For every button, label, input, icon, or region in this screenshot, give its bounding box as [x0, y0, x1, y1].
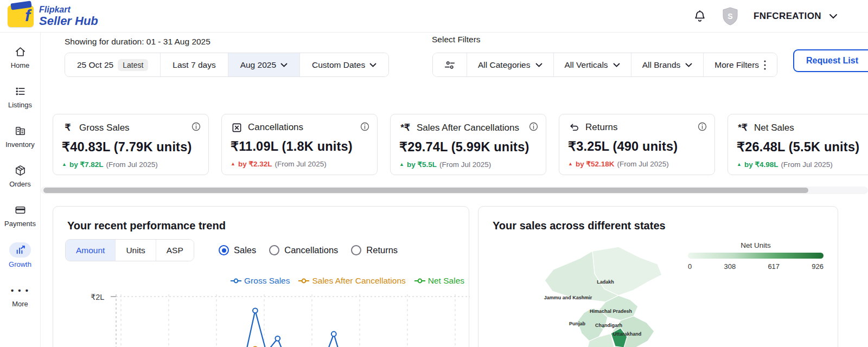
more-dots-icon: • • •: [11, 283, 29, 297]
sidebar-item-listings[interactable]: Listings: [0, 84, 40, 109]
cancel-box-icon: [231, 123, 242, 133]
filter-all-categories[interactable]: All Categories: [467, 53, 554, 76]
orders-icon: [11, 163, 29, 177]
map-state-label: Chandigarh: [595, 323, 622, 328]
tab-amount[interactable]: Amount: [66, 240, 116, 261]
card-change-period: (From Jul 2025): [781, 160, 833, 169]
horizontal-scrollbar-track[interactable]: [41, 187, 868, 194]
net-units-legend: Net Units 0 308 617 926: [688, 241, 824, 271]
avatar-letter: S: [727, 12, 732, 21]
legend-marker-icon: [414, 278, 425, 284]
horizontal-scrollbar-thumb[interactable]: [43, 188, 808, 193]
info-icon[interactable]: [360, 122, 369, 133]
flipkart-seller-hub-growth-page: Flipkart Seller Hub S FNFCREATION: [0, 0, 868, 347]
radio-cancellations[interactable]: Cancellations: [269, 245, 338, 255]
flipkart-wallet-icon: [8, 5, 34, 27]
card-value: ₹40.83L (7.79K units): [62, 139, 200, 155]
more-filters-button[interactable]: More Filters: [704, 53, 777, 76]
metric-card-sales-after-cancellations[interactable]: *₹ Sales After Cancellations ₹29.74L (5.…: [390, 114, 546, 175]
inventory-icon: [11, 124, 29, 138]
sidebar-item-label: More: [12, 300, 28, 308]
chevron-down-icon: [685, 63, 692, 67]
radio-sales[interactable]: Sales: [219, 245, 256, 255]
notification-bell-icon[interactable]: [693, 9, 707, 23]
legend-tick: 0: [688, 262, 692, 271]
card-change: by ₹2.32L: [238, 159, 272, 168]
card-change-period: (From Jul 2025): [439, 160, 491, 169]
date-tab-month-dropdown[interactable]: Aug 2025: [228, 53, 300, 76]
main-content: Showing for duration: 01 - 31 Aug 2025 S…: [41, 33, 868, 347]
trend-line-chart[interactable]: [107, 292, 470, 347]
radio-button-icon: [269, 245, 279, 255]
star-rupee-icon: *₹: [399, 122, 411, 133]
filters-control: All Categories All Verticals All Brands …: [432, 53, 777, 77]
map-state-label: Punjab: [569, 321, 586, 326]
tab-asp[interactable]: ASP: [156, 240, 194, 261]
filter-all-brands[interactable]: All Brands: [631, 53, 704, 76]
avatar[interactable]: S: [722, 7, 738, 25]
brand-name: Flipkart: [39, 5, 98, 14]
request-list-button[interactable]: Request List: [793, 49, 868, 72]
metric-card-net-sales[interactable]: *₹ Net Sales ₹26.48L (5.5K units) ▲ by ₹…: [727, 114, 868, 175]
sliders-icon: [444, 59, 456, 71]
brand-product: Seller Hub: [39, 15, 98, 27]
sidebar-item-home[interactable]: Home: [0, 44, 40, 69]
legend-tick: 926: [812, 262, 824, 271]
legend-gross-sales[interactable]: Gross Sales: [231, 276, 290, 286]
chevron-down-icon: [829, 14, 838, 19]
trend-panel-title: Your recent performance trend: [67, 220, 226, 232]
sidebar-item-orders[interactable]: Orders: [0, 163, 40, 188]
sidebar-item-label: Inventory: [5, 140, 34, 149]
info-icon[interactable]: [698, 122, 707, 133]
sidebar-item-payments[interactable]: Payments: [0, 203, 40, 228]
tab-units[interactable]: Units: [116, 240, 156, 261]
home-icon: [11, 44, 29, 59]
sidebar-item-label: Payments: [4, 220, 36, 228]
metric-cards-row: ₹ Gross Sales ₹40.83L (7.79K units) ▲ by…: [53, 114, 868, 175]
flipkart-seller-hub-logo[interactable]: Flipkart Seller Hub: [8, 5, 98, 27]
card-value: ₹11.09L (1.8K units): [231, 139, 368, 154]
sidebar-item-label: Growth: [9, 260, 31, 268]
sidebar-item-inventory[interactable]: Inventory: [0, 124, 40, 149]
card-value: ₹26.48L (5.5K units): [737, 139, 868, 155]
trend-series-radios: Sales Cancellations Returns: [219, 239, 398, 261]
performance-trend-panel: Your recent performance trend Amount Uni…: [53, 206, 469, 347]
radio-button-icon: [351, 245, 361, 255]
card-change: by ₹7.82L: [69, 160, 104, 169]
radio-button-icon: [219, 245, 229, 255]
radio-returns[interactable]: Returns: [351, 245, 398, 255]
info-icon[interactable]: [529, 122, 538, 133]
filter-sliders-button[interactable]: [433, 53, 467, 76]
date-tab-latest[interactable]: 25 Oct 25 Latest: [65, 53, 161, 76]
filter-all-verticals[interactable]: All Verticals: [554, 53, 631, 76]
card-title: Gross Sales: [79, 123, 130, 133]
up-triangle-icon: ▲: [737, 162, 742, 167]
up-triangle-icon: ▲: [231, 161, 235, 166]
metric-card-gross-sales[interactable]: ₹ Gross Sales ₹40.83L (7.79K units) ▲ by…: [53, 114, 209, 175]
map-panel-title: Your sales across different states: [493, 220, 666, 232]
return-arrow-icon: [568, 123, 580, 133]
sidebar-item-growth[interactable]: Growth: [0, 242, 40, 268]
select-filters-label: Select Filters: [432, 35, 481, 44]
card-change-period: (From Jul 2025): [106, 160, 158, 169]
up-triangle-icon: ▲: [62, 162, 67, 167]
legend-sales-after-cancellations[interactable]: Sales After Cancellations: [298, 276, 405, 286]
account-menu[interactable]: FNFCREATION: [754, 11, 838, 22]
sidebar-nav: Home Listings Inventory Orders Payments: [0, 33, 41, 347]
date-tab-last7days[interactable]: Last 7 days: [161, 53, 228, 76]
trend-legend: Gross Sales Sales After Cancellations Ne…: [231, 276, 464, 286]
kebab-menu-icon: [764, 60, 766, 70]
card-value: ₹3.25L (490 units): [568, 139, 706, 154]
map-state-label: Ladakh: [597, 279, 614, 285]
card-title: Returns: [585, 122, 618, 133]
sidebar-item-more[interactable]: • • • More: [0, 283, 40, 308]
info-icon[interactable]: [192, 122, 201, 133]
legend-net-sales[interactable]: Net Sales: [414, 276, 464, 286]
up-triangle-icon: ▲: [568, 161, 573, 166]
metric-card-cancellations[interactable]: Cancellations ₹11.09L (1.8K units) ▲ by …: [221, 114, 378, 175]
india-states-map[interactable]: LadakhJammu and KashmirHimachal PradeshP…: [512, 246, 686, 347]
date-tab-custom-dates[interactable]: Custom Dates: [300, 53, 388, 76]
card-change: by ₹52.18K: [576, 159, 615, 168]
duration-label: Showing for duration: 01 - 31 Aug 2025: [65, 37, 210, 47]
metric-card-returns[interactable]: Returns ₹3.25L (490 units) ▲ by ₹52.18K …: [559, 114, 715, 175]
